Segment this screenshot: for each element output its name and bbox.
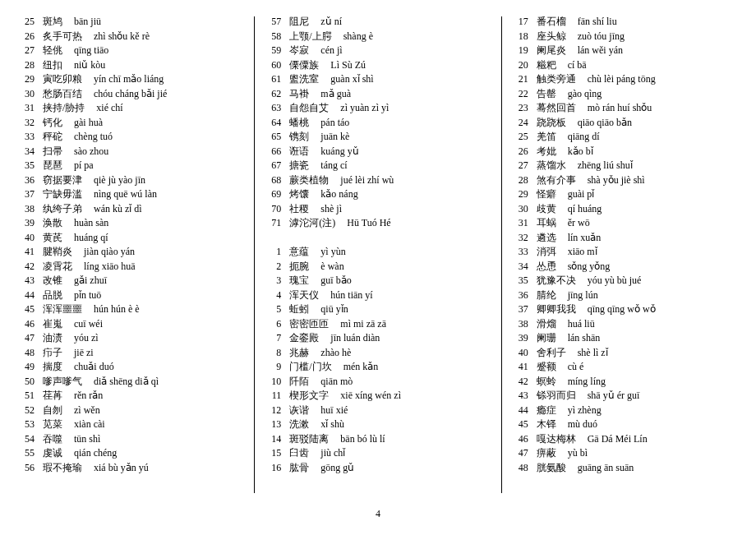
entry-pinyin: qiāng dí — [568, 130, 600, 145]
entry-number: 35 — [16, 159, 35, 173]
entry-pinyin: táng cí — [320, 159, 347, 173]
entry-pinyin: mǎ guà — [320, 87, 351, 102]
entry-number: 48 — [510, 461, 528, 476]
entry-pinyin: sǒng yǒng — [568, 260, 611, 274]
entry-hanzi: 油渍 — [43, 331, 62, 346]
entry-pinyin: fān shí liu — [578, 15, 617, 30]
entry-pinyin: mén kǎn — [343, 360, 379, 375]
entry-pinyin: hún hún è è — [94, 302, 140, 317]
entry-row: 42凌霄花líng xiāo huā — [16, 260, 246, 274]
entry-hanzi: 浑天仪 — [289, 288, 319, 303]
entry-hanzi: 钙化 — [43, 116, 62, 131]
entry-number: 70 — [263, 202, 281, 217]
entry-row: 53苋菜xiàn cài — [16, 417, 246, 432]
entry-row: 67搪瓷táng cí — [263, 159, 492, 173]
entry-pinyin: shè jì — [320, 202, 342, 217]
entry-hanzi: 苋菜 — [43, 417, 62, 432]
entry-pinyin: xǐ shù — [320, 417, 344, 432]
entry-number: 42 — [510, 375, 528, 390]
entry-pinyin: guāng ān suān — [578, 461, 634, 476]
entry-hanzi: 煞有介事 — [537, 173, 576, 188]
entry-pinyin: pǐn tuō — [74, 288, 101, 303]
entry-row: 30愁肠百结chóu cháng bǎi jié — [16, 87, 246, 102]
entry-number: 43 — [16, 274, 35, 288]
entry-hanzi: 舍利子 — [537, 346, 566, 361]
entry-pinyin: yóu zì — [74, 331, 99, 346]
entry-hanzi: 洗漱 — [289, 417, 309, 432]
entry-pinyin: cuī wéi — [74, 317, 103, 332]
entry-number: 65 — [263, 130, 281, 145]
entry-hanzi: 诳语 — [289, 145, 309, 159]
entry-hanzi: 自怨自艾 — [289, 101, 329, 116]
entry-number: 45 — [16, 302, 35, 317]
entry-pinyin: sào zhou — [74, 145, 108, 159]
entry-row: 22告罄gào qìng — [510, 87, 740, 102]
page-content: 25斑鸠bān jiū26炙手可热zhì shǒu kě rè27轻佻qīng … — [0, 0, 756, 493]
entry-hanzi: 疖子 — [43, 346, 62, 361]
entry-number: 54 — [16, 432, 35, 447]
entry-pinyin: guài pǐ — [568, 187, 595, 202]
entry-pinyin: xiàn cài — [74, 417, 105, 432]
entry-pinyin: yín chī mǎo liáng — [94, 72, 164, 87]
entry-pinyin: zì yuàn zì yì — [340, 101, 389, 116]
entry-row: 2扼腕è wàn — [263, 260, 492, 274]
entry-row: 24跷跷板qiāo qiāo bǎn — [510, 116, 740, 131]
entry-hanzi: 阑尾炎 — [537, 44, 566, 58]
entry-number: 23 — [510, 101, 528, 116]
entry-row: 58上颚/上腭shàng è — [263, 30, 492, 44]
entry-hanzi: 轻佻 — [43, 44, 62, 58]
entry-hanzi: 蚯蚓 — [289, 302, 309, 317]
entry-pinyin: zǔ ní — [320, 15, 342, 30]
entry-hanzi: 揣度 — [43, 360, 62, 375]
entry-pinyin: mì mi zā zā — [340, 317, 386, 332]
entry-hanzi: 诙谐 — [289, 404, 309, 418]
entry-number: 20 — [510, 58, 528, 73]
entry-row: 35犹豫不决yóu yù bù jué — [510, 274, 740, 288]
entry-pinyin: shàng è — [343, 30, 373, 44]
entry-number: 40 — [16, 231, 35, 246]
entry-number: 30 — [510, 202, 528, 217]
entry-row: 39阑珊lán shān — [510, 331, 740, 346]
entry-hanzi: 肱骨 — [289, 461, 309, 476]
entry-hanzi: 消弭 — [537, 245, 556, 260]
entry-pinyin: shā yǔ ér guī — [588, 389, 640, 404]
entry-row: 39涣散huàn sàn — [16, 216, 246, 231]
entry-pinyin: huá liū — [568, 317, 595, 332]
entry-hanzi: 瑕不掩瑜 — [43, 461, 82, 476]
entry-hanzi: 腱鞘炎 — [43, 245, 72, 260]
entry-number: 66 — [263, 145, 281, 159]
entry-number: 16 — [263, 461, 281, 476]
entry-hanzi: 考妣 — [537, 145, 556, 159]
entry-hanzi: 门槛/门坎 — [289, 360, 331, 375]
entry-row: 12诙谐huī xié — [263, 404, 492, 418]
entry-number: 68 — [263, 173, 281, 188]
entry-hanzi: 秤砣 — [43, 130, 62, 145]
entry-hanzi: 滑熘 — [537, 317, 556, 332]
entry-hanzi: 吞噬 — [43, 432, 62, 447]
entry-number: 50 — [16, 375, 35, 390]
entry-pinyin: jué lèi zhí wù — [340, 173, 394, 188]
entry-pinyin: gōng gǔ — [320, 461, 354, 476]
entry-hanzi: 瘾症 — [537, 404, 556, 418]
entry-pinyin: gǎi zhuī — [74, 274, 107, 288]
entry-pinyin: shà yǒu jiè shì — [588, 173, 645, 188]
entry-row: 40黄芪huáng qí — [16, 231, 246, 246]
entry-number: 26 — [510, 145, 528, 159]
entry-pinyin: míng líng — [568, 375, 606, 390]
entry-pinyin: kuáng yǔ — [320, 145, 358, 159]
entry-row: 18座头鲸zuò tóu jīng — [510, 30, 740, 44]
entry-row: 34扫帚sào zhou — [16, 145, 246, 159]
entry-number: 8 — [263, 346, 281, 361]
entry-row: 7金銮殿jīn luán diàn — [263, 331, 492, 346]
entry-number: 32 — [510, 231, 528, 246]
entry-hanzi: 寅吃卯粮 — [43, 72, 82, 87]
entry-number: 12 — [263, 404, 281, 418]
entry-number: 60 — [263, 58, 281, 73]
entry-row: 51荏苒rěn rǎn — [16, 389, 246, 404]
entry-number: 39 — [510, 331, 528, 346]
entry-number: 64 — [263, 116, 281, 131]
entry-row: 29寅吃卯粮yín chī mǎo liáng — [16, 72, 246, 87]
entry-hanzi: 胱氨酸 — [537, 461, 566, 476]
entry-number: 11 — [263, 389, 281, 404]
entry-hanzi: 扼腕 — [289, 260, 309, 274]
